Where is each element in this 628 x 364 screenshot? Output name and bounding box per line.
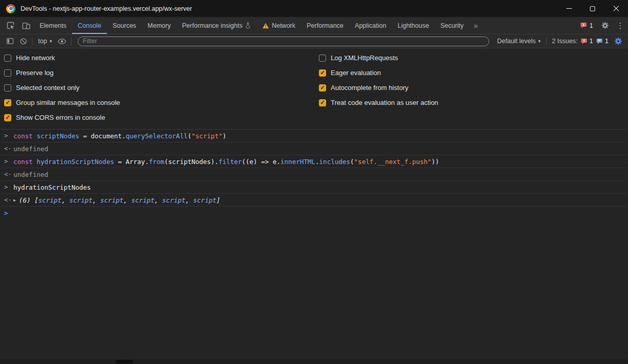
tab-label: Performance <box>307 22 344 29</box>
inspect-element-button[interactable] <box>3 17 19 34</box>
setting-eager-evaluation[interactable]: Eager evaluation <box>319 65 628 80</box>
console-command-1: >const scriptNodes = document.querySelec… <box>0 130 628 142</box>
tab-label: Sources <box>113 22 136 29</box>
tab-sources[interactable]: Sources <box>107 17 142 34</box>
console-result-2: <·undefined <box>0 168 628 181</box>
window-title: DevTools - nextjs-app-router-examples.ve… <box>21 5 192 12</box>
filter-input[interactable] <box>78 37 490 46</box>
context-selector-value: top <box>38 38 47 45</box>
setting-hide-network[interactable]: Hide network <box>4 50 315 65</box>
tab-network[interactable]: Network <box>257 17 301 34</box>
console-settings-button[interactable] <box>612 34 625 48</box>
tab-performance[interactable]: Performance <box>301 17 349 34</box>
console-settings-panel: Hide networkPreserve logSelected context… <box>0 48 628 130</box>
chevron-down-icon: ▾ <box>539 39 541 44</box>
divider <box>546 38 547 45</box>
tab-security[interactable]: Security <box>435 17 469 34</box>
tab-performance-insights[interactable]: Performance insights <box>176 17 257 34</box>
console-text: const scriptNodes = document.querySelect… <box>13 132 226 140</box>
tab-label: Lighthouse <box>398 22 429 29</box>
chevron-down-icon: ▾ <box>49 39 52 44</box>
prompt-chevron-icon: > <box>4 210 13 217</box>
checked-checkbox[interactable] <box>4 99 11 106</box>
setting-selected-context-only[interactable]: Selected context only <box>4 80 315 95</box>
log-levels-selector[interactable]: Default levels ▾ <box>493 38 544 45</box>
setting-group-similar-messages-in-console[interactable]: Group similar messages in console <box>4 95 315 110</box>
expand-triangle-icon[interactable]: ▶ <box>13 198 16 203</box>
tab-label: Application <box>355 22 386 29</box>
checked-checkbox[interactable] <box>319 84 326 92</box>
setting-label: Hide network <box>16 54 55 62</box>
unchecked-checkbox[interactable] <box>319 54 326 62</box>
setting-treat-code-evaluation-as-user-action[interactable]: Treat code evaluation as user action <box>319 95 628 110</box>
setting-preserve-log[interactable]: Preserve log <box>4 65 315 80</box>
console-text: undefined <box>13 171 48 178</box>
log-levels-value: Default levels <box>497 38 535 45</box>
minimize-button[interactable] <box>557 0 581 17</box>
tab-label: Network <box>272 22 295 29</box>
more-tabs-button[interactable]: » <box>469 17 482 34</box>
result-arrow-icon: <· <box>4 171 13 178</box>
tab-console[interactable]: Console <box>72 17 107 34</box>
issue-badge-info: 1 <box>596 38 608 45</box>
close-button[interactable] <box>604 0 628 17</box>
checked-checkbox[interactable] <box>319 99 326 106</box>
setting-log-xmlhttprequests[interactable]: Log XMLHttpRequests <box>319 50 628 65</box>
console-prompt[interactable]: > <box>0 207 628 220</box>
console-messages: >const scriptNodes = document.querySelec… <box>0 130 628 220</box>
devtools-tabbar: Elements Console Sources Memory Performa… <box>0 17 628 34</box>
setting-show-cors-errors-in-console[interactable]: Show CORS errors in console <box>4 110 315 125</box>
settings-gear-button[interactable] <box>597 17 613 34</box>
settings-col-right: Log XMLHttpRequestsEager evaluationAutoc… <box>315 50 628 125</box>
unchecked-checkbox[interactable] <box>4 84 11 92</box>
sidebar-panel-icon <box>6 38 14 45</box>
issues-counter[interactable]: 2 Issues: 1 1 <box>549 38 612 45</box>
horizontal-scrollbar[interactable] <box>0 359 628 364</box>
gear-icon-active <box>614 37 622 45</box>
context-selector[interactable]: top ▾ <box>34 38 56 45</box>
checked-checkbox[interactable] <box>319 69 326 77</box>
error-issue-count: 1 <box>589 38 593 45</box>
console-result-1: <·undefined <box>0 142 628 155</box>
console-sidebar-toggle-button[interactable] <box>3 34 16 48</box>
tab-elements[interactable]: Elements <box>34 17 72 34</box>
live-expression-button[interactable] <box>56 34 69 48</box>
info-issue-count: 1 <box>605 38 608 45</box>
setting-label: Eager evaluation <box>331 69 381 77</box>
console-text: const hydrationScriptNodes = Array.from(… <box>13 158 439 166</box>
device-toolbar-button[interactable] <box>19 17 34 34</box>
more-options-button[interactable]: ⋮ <box>613 17 628 34</box>
chrome-logo-icon <box>6 4 15 13</box>
titlebar: DevTools - nextjs-app-router-examples.ve… <box>0 0 628 17</box>
tab-label: Elements <box>40 22 66 29</box>
setting-label: Selected context only <box>16 84 80 92</box>
command-chevron-icon: > <box>4 132 13 139</box>
console-text: (6) [script, script, script, script, scr… <box>19 196 220 204</box>
unchecked-checkbox[interactable] <box>4 69 11 77</box>
kebab-menu-icon: ⋮ <box>617 21 624 30</box>
tabbar-left-icons <box>0 17 34 34</box>
error-count: 1 <box>589 22 593 29</box>
result-arrow-icon: <· <box>4 196 13 204</box>
divider <box>32 38 32 45</box>
tab-label: Memory <box>148 22 171 29</box>
setting-autocomplete-from-history[interactable]: Autocomplete from history <box>319 80 628 95</box>
result-arrow-icon: <· <box>4 145 13 152</box>
clear-console-button[interactable] <box>16 34 30 48</box>
tab-lighthouse[interactable]: Lighthouse <box>392 17 435 34</box>
maximize-button[interactable] <box>581 0 604 17</box>
tab-application[interactable]: Application <box>349 17 392 34</box>
setting-label: Log XMLHttpRequests <box>331 54 398 62</box>
settings-col-left: Hide networkPreserve logSelected context… <box>0 50 315 125</box>
issues-label: 2 Issues: <box>552 38 578 45</box>
eye-icon <box>58 38 66 45</box>
tab-memory[interactable]: Memory <box>142 17 176 34</box>
tab-label: Performance insights <box>182 22 242 29</box>
console-text: undefined <box>13 145 48 153</box>
chevron-double-right-icon: » <box>474 22 478 30</box>
checked-checkbox[interactable] <box>4 114 11 121</box>
console-result-3[interactable]: <·▶(6) [script, script, script, script, … <box>0 194 628 207</box>
scrollbar-thumb[interactable] <box>116 360 133 363</box>
unchecked-checkbox[interactable] <box>4 54 11 62</box>
issues-badge[interactable]: 1 <box>576 17 597 34</box>
